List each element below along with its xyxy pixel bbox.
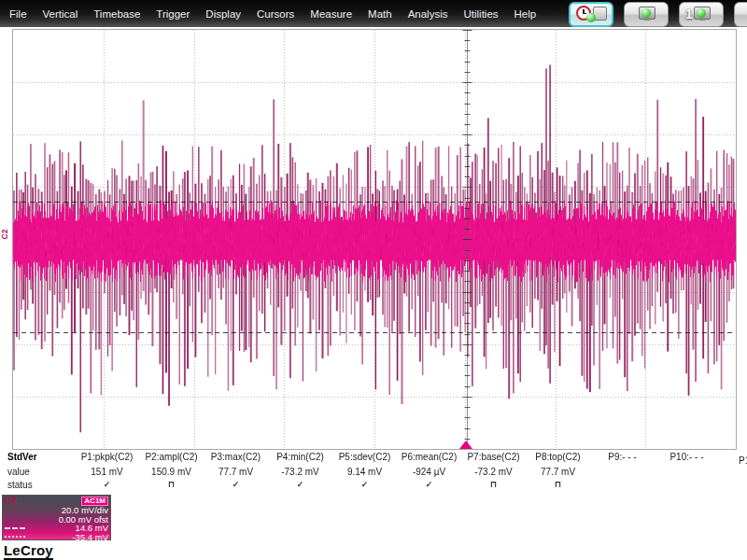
menu-item-file[interactable]: File bbox=[9, 8, 27, 20]
param-status-p3: ✓ bbox=[204, 480, 268, 493]
param-header-p3[interactable]: P3:max(C2) bbox=[204, 452, 268, 467]
menu-item-analysis[interactable]: Analysis bbox=[408, 8, 448, 20]
param-header-p4[interactable]: P4:min(C2) bbox=[268, 452, 332, 467]
param-value-p9 bbox=[590, 467, 655, 480]
param-status-p6: ✓ bbox=[397, 480, 461, 493]
menu-items: File Vertical Timebase Trigger Display C… bbox=[0, 8, 536, 20]
param-value-p6: -924 µV bbox=[397, 467, 461, 480]
channel-level2-label: -35.4 mV bbox=[72, 533, 108, 542]
param-status-p5: ✓ bbox=[332, 480, 397, 493]
param-status-p9 bbox=[590, 480, 655, 493]
dotted-line-icon bbox=[5, 536, 25, 538]
param-header-p1[interactable]: P1:pkpk(C2) bbox=[75, 452, 139, 467]
param-value-p2: 150.9 mV bbox=[139, 467, 204, 480]
param-header-p5[interactable]: P5:sdev(C2) bbox=[332, 452, 397, 467]
param-status-p7: ⊓ bbox=[461, 480, 526, 493]
menu-bar: File Vertical Timebase Trigger Display C… bbox=[0, 0, 747, 27]
monitor-icon bbox=[694, 7, 711, 20]
menu-item-cursors[interactable]: Cursors bbox=[257, 8, 294, 20]
param-status-p2: ⊓ bbox=[139, 480, 204, 493]
green-orb-icon bbox=[697, 8, 706, 18]
menu-item-utilities[interactable]: Utilities bbox=[463, 8, 498, 20]
param-value-p7: -73.2 mV bbox=[461, 467, 526, 480]
dashdot-line-icon bbox=[5, 527, 25, 529]
channel-c2-axis-marker[interactable]: C2 bbox=[0, 225, 11, 244]
green-orb-icon bbox=[641, 8, 651, 18]
measurement-table: StdVer P1:pkpk(C2) P2:ampl(C2) P3:max(C2… bbox=[0, 452, 747, 493]
menu-item-math[interactable]: Math bbox=[368, 8, 392, 20]
param-header-p2[interactable]: P2:ampl(C2) bbox=[139, 452, 204, 467]
toolbar-button-display-a[interactable] bbox=[624, 2, 669, 27]
param-header-p7[interactable]: P7:base(C2) bbox=[461, 452, 526, 467]
scope-grid bbox=[12, 29, 737, 450]
toolbar-button-measure-timer[interactable] bbox=[569, 2, 613, 27]
param-status-p8: ⊓ bbox=[526, 480, 590, 493]
trigger-position-marker[interactable] bbox=[459, 441, 472, 449]
param-status-p4: ✓ bbox=[268, 480, 332, 493]
status-row-label: status bbox=[0, 480, 75, 493]
param-header-p6[interactable]: P6:mean(C2) bbox=[397, 452, 461, 467]
menu-item-timebase[interactable]: Timebase bbox=[93, 8, 140, 20]
param-header-p8[interactable]: P8:top(C2) bbox=[526, 452, 590, 467]
toolbar: 1 bbox=[569, 1, 747, 27]
lecroy-logo: LeCroy bbox=[4, 542, 53, 560]
channel-name-label: C2 bbox=[5, 497, 17, 506]
param-value-p5: 9.14 mV bbox=[332, 467, 397, 480]
param-value-p10 bbox=[655, 467, 719, 480]
green-orb-icon bbox=[586, 13, 596, 22]
param-status-p10 bbox=[655, 480, 719, 493]
button-number-label: 1 bbox=[685, 7, 693, 21]
param-header-p9[interactable]: P9:- - - bbox=[590, 452, 655, 467]
param-status-p1: ✓ bbox=[75, 480, 139, 493]
toolbar-button-display-1[interactable]: 1 bbox=[679, 2, 724, 27]
menu-item-help[interactable]: Help bbox=[514, 8, 537, 20]
param-value-p4: -73.2 mV bbox=[268, 467, 332, 480]
param-header-p10[interactable]: P10:- - - bbox=[655, 452, 719, 467]
waveform-canvas[interactable] bbox=[13, 30, 736, 449]
toolbar-button-partial[interactable] bbox=[734, 2, 747, 27]
measure-mode-label: StdVer bbox=[0, 452, 75, 467]
param-value-p3: 77.7 mV bbox=[204, 467, 268, 480]
menu-item-display[interactable]: Display bbox=[205, 8, 241, 20]
menu-item-measure[interactable]: Measure bbox=[310, 8, 352, 20]
param-header-overflow: P1 bbox=[739, 455, 747, 466]
param-value-p1: 151 mV bbox=[75, 467, 139, 480]
monitor-icon bbox=[639, 7, 655, 20]
param-value-p8: 77.7 mV bbox=[526, 467, 590, 480]
menu-item-trigger[interactable]: Trigger bbox=[156, 8, 190, 20]
channel-c2-descriptor-box[interactable]: C2 AC1M 20.0 mV/div 0.00 mV ofst 14.6 mV… bbox=[2, 495, 111, 540]
menu-item-vertical[interactable]: Vertical bbox=[43, 8, 78, 20]
value-row-label: value bbox=[0, 467, 75, 480]
